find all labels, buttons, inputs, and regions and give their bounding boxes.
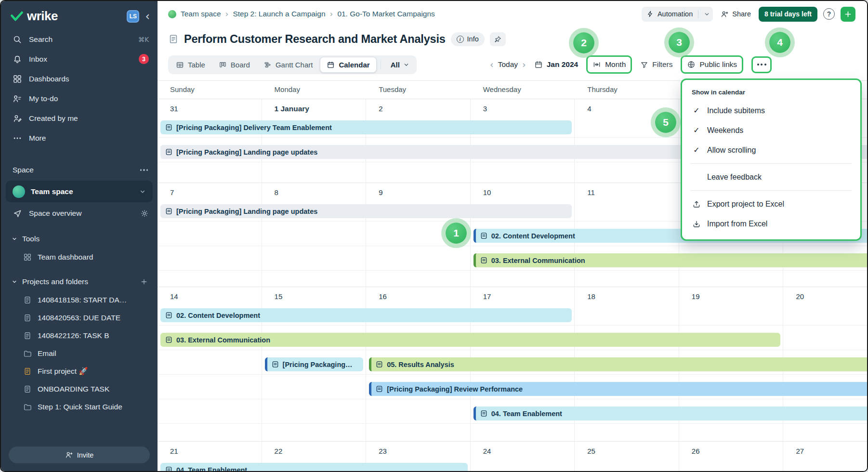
space-options-icon[interactable] — [140, 169, 148, 171]
team-space-label: Team space — [31, 187, 73, 196]
event-bar[interactable]: 02. Content Development — [160, 308, 572, 322]
public-links-button[interactable]: Public links — [681, 55, 743, 74]
add-new-button[interactable] — [841, 7, 855, 22]
divider — [698, 10, 698, 18]
sidebar-item-label: 1408418158: START DA… — [38, 296, 127, 304]
month-label: Month — [605, 60, 626, 69]
sidebar-item-space-overview[interactable]: Space overview — [1, 203, 158, 223]
event-label: 04. Team Enablement — [176, 466, 247, 472]
sidebar-item-project[interactable]: 1408420563: DUE DATE — [1, 309, 158, 327]
automation-button[interactable]: Automation — [642, 7, 713, 22]
trial-badge[interactable]: 8 trial days left — [759, 7, 817, 22]
document-icon — [23, 296, 32, 304]
event-bar[interactable]: 05. Results Analysis — [369, 357, 867, 371]
sidebar-item-more[interactable]: More — [1, 128, 158, 148]
breadcrumb-item[interactable]: Team space — [181, 10, 221, 18]
tab-label: Calendar — [339, 61, 369, 69]
filters-label: Filters — [652, 60, 672, 69]
tools-section-header[interactable]: Tools — [1, 230, 158, 248]
sidebar-item-created-by-me[interactable]: Created by me — [1, 108, 158, 128]
check-icon: ✓ — [692, 145, 701, 155]
main-content: Team space › Step 2: Launch a Campaign ›… — [158, 1, 867, 471]
sidebar-item-project[interactable]: ONBOARDING TASK — [1, 380, 158, 398]
today-button[interactable]: Today — [498, 60, 518, 69]
tab-label: Gantt Chart — [276, 61, 313, 69]
tab-calendar[interactable]: Calendar — [320, 57, 376, 73]
event-bar[interactable]: 03. External Communication — [473, 253, 867, 267]
share-person-icon — [721, 10, 729, 18]
view-tabs: Table Board Gantt Chart Calendar All — [168, 55, 417, 74]
menu-item-weekends[interactable]: ✓ Weekends — [682, 120, 860, 140]
page-title: Perform Customer Research and Market Ana… — [184, 33, 446, 46]
more-options-button[interactable] — [751, 56, 772, 73]
title-row: Perform Customer Research and Market Ana… — [158, 28, 867, 50]
collapse-sidebar-icon[interactable]: ‹ — [145, 11, 150, 22]
menu-item-allow-scrolling[interactable]: ✓ Allow scrolling — [682, 140, 860, 160]
sidebar-item-team-space[interactable]: Team space — [6, 181, 153, 202]
menu-item-label: Import from Excel — [707, 220, 767, 228]
user-avatar[interactable]: LS — [127, 10, 139, 23]
task-icon — [165, 148, 172, 156]
sidebar-item-label: Created by me — [29, 114, 78, 123]
invite-button[interactable]: Invite — [9, 446, 150, 463]
event-bar[interactable]: 04. Team Enablement — [160, 463, 468, 471]
add-project-icon[interactable] — [140, 278, 148, 286]
wrike-logo[interactable]: wrike — [11, 9, 58, 24]
sidebar-item-folder[interactable]: Email — [1, 344, 158, 362]
sidebar-item-project[interactable]: First project 🚀 — [1, 362, 158, 380]
space-overview-icon — [13, 209, 22, 218]
tab-label: Table — [188, 61, 205, 69]
sidebar-item-search[interactable]: Search ⌘K — [1, 29, 158, 49]
event-label: 03. External Communication — [491, 257, 585, 264]
menu-item-import-excel[interactable]: Import from Excel — [682, 214, 860, 234]
sidebar-item-inbox[interactable]: Inbox 3 — [1, 49, 158, 69]
view-scope-dropdown[interactable]: All — [385, 61, 415, 69]
info-button[interactable]: i Info — [451, 32, 485, 46]
breadcrumb-item[interactable]: 01. Go-To Market Campaigns — [337, 10, 434, 18]
event-bar[interactable]: 03. External Communication — [160, 333, 780, 347]
search-shortcut: ⌘K — [138, 36, 149, 43]
tab-table[interactable]: Table — [170, 57, 211, 73]
sidebar-item-project[interactable]: 1408418158: START DA… — [1, 291, 158, 309]
search-icon — [13, 35, 22, 44]
month-view-button[interactable]: Month — [586, 55, 632, 74]
chevron-down-icon[interactable] — [704, 11, 710, 17]
sidebar-item-dashboards[interactable]: Dashboards — [1, 69, 158, 89]
menu-item-export-excel[interactable]: Export project to Excel — [682, 194, 860, 214]
ellipsis-icon — [13, 133, 22, 143]
projects-section-header[interactable]: Projects and folders — [1, 273, 158, 291]
next-period-icon[interactable]: › — [522, 60, 526, 69]
sidebar-item-folder[interactable]: Step 1: Quick Start Guide — [1, 398, 158, 416]
pin-icon — [494, 35, 502, 43]
tab-gantt-chart[interactable]: Gantt Chart — [257, 57, 319, 73]
event-bar[interactable]: [Pricing Packaging… — [265, 357, 364, 371]
document-icon — [23, 314, 32, 322]
breadcrumb-item[interactable]: Step 2: Launch a Campaign — [233, 10, 325, 18]
event-bar[interactable]: [Pricing Packaging] Landing page updates — [160, 204, 572, 218]
event-bar[interactable]: [Pricing Packaging] Review Performance — [369, 382, 867, 396]
sidebar-item-project[interactable]: 1408422126: TASK B — [1, 327, 158, 344]
created-by-me-icon — [13, 114, 22, 123]
share-button[interactable]: Share — [719, 10, 753, 18]
event-bar[interactable]: [Pricing Packaging] Delivery Team Enable… — [160, 120, 572, 134]
pin-button[interactable] — [490, 32, 506, 46]
event-label: 04. Team Enablement — [491, 410, 562, 418]
tab-board[interactable]: Board — [212, 57, 256, 73]
sidebar-item-label: Dashboards — [29, 75, 69, 83]
day-header: Wednesday — [471, 81, 575, 99]
period-selector[interactable]: Jan 2024 — [534, 60, 579, 69]
sidebar-item-team-dashboard[interactable]: Team dashboard — [1, 248, 158, 266]
day-header: Thursday — [575, 81, 679, 99]
filters-button[interactable]: Filters — [640, 60, 672, 69]
space-settings-gear-icon[interactable] — [140, 209, 149, 218]
help-icon[interactable]: ? — [823, 8, 835, 20]
sidebar-item-my-todo[interactable]: My to-do — [1, 89, 158, 108]
menu-item-leave-feedback[interactable]: Leave feedback — [682, 167, 860, 187]
wrike-logo-text: wrike — [27, 9, 58, 24]
annotation-circle-2: 2 — [573, 32, 594, 53]
event-bar[interactable]: 04. Team Enablement — [473, 406, 867, 420]
menu-item-include-subitems[interactable]: ✓ Include subitems — [682, 101, 860, 120]
menu-item-label: Include subitems — [707, 106, 765, 115]
info-icon: i — [457, 36, 464, 43]
prev-period-icon[interactable]: ‹ — [490, 60, 494, 69]
